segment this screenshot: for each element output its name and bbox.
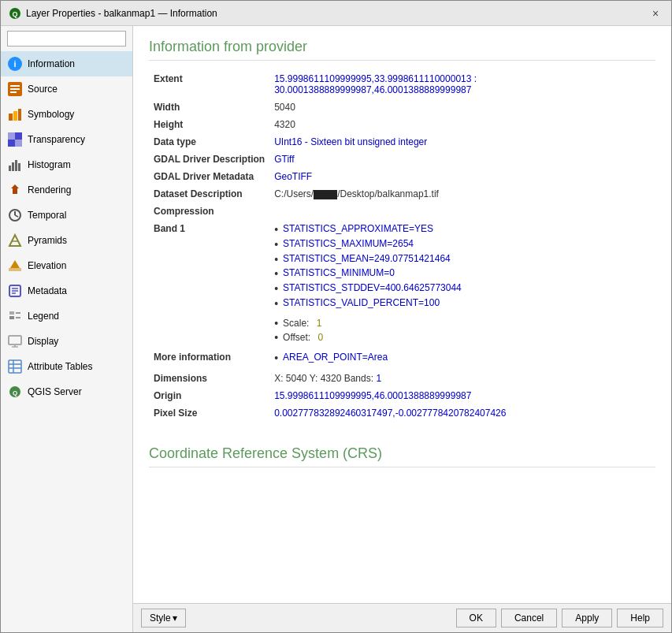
band1-stats-list: STATISTICS_APPROXIMATE=YES STATISTICS_MA… [274,223,651,311]
more-info-label: More information [149,348,269,370]
list-item-scale: Scale: 1 [274,317,651,330]
band1-label: Band 1 [149,220,269,348]
histogram-icon [7,157,23,173]
info-table: Extent 15.9998611109999995,33.9998611110… [149,70,655,422]
window-title: Layer Properties - balkanmap1 — Informat… [26,8,217,19]
table-row-extent: Extent 15.9998611109999995,33.9998611110… [149,70,655,99]
redacted-username [314,190,337,199]
qgis-app-icon: Q [9,7,21,20]
cancel-button[interactable]: Cancel [501,609,557,627]
table-row-datatype: Data type UInt16 - Sixteen bit unsigned … [149,133,655,151]
height-label: Height [149,116,269,133]
datatype-value: UInt16 - Sixteen bit unsigned integer [269,133,655,151]
list-item: STATISTICS_MEAN=249.07751421464 [274,253,651,266]
svg-rect-7 [13,111,17,121]
sidebar-item-qgis-server[interactable]: Q QGIS Server [1,379,132,404]
stat-item: STATISTICS_MEAN=249.07751421464 [283,253,451,264]
main-panel: Information from provider Extent 15.9998… [133,26,671,632]
sidebar-item-information[interactable]: i Information [1,51,132,76]
content-area: i Information Source Symbology [1,26,671,632]
dataset-label: Dataset Description [149,185,269,203]
svg-rect-22 [9,268,21,271]
gdal-driver-value-text: GTiff [274,154,294,165]
svg-rect-3 [10,85,20,87]
sidebar-item-label: Attribute Tables [28,361,93,372]
svg-rect-28 [9,311,14,315]
more-info-item: AREA_OR_POINT=Area [283,352,388,363]
legend-icon [7,308,23,324]
sidebar-item-label: Histogram [28,159,71,170]
sidebar-item-rendering[interactable]: Rendering [1,177,132,203]
qgis-server-icon: Q [7,384,23,400]
layer-properties-dialog: Q Layer Properties - balkanmap1 — Inform… [0,0,672,633]
stat-item: STATISTICS_STDDEV=400.64625773044 [283,282,462,293]
pixel-size-label: Pixel Size [149,404,269,422]
transparency-icon [7,132,23,147]
sidebar-item-label: Pyramids [28,235,67,246]
gdal-metadata-value: GeoTIFF [269,168,655,185]
svg-rect-29 [9,316,14,319]
scale-offset-list: Scale: 1 Offset: 0 [274,317,651,344]
origin-label: Origin [149,387,269,404]
sidebar-item-legend[interactable]: Legend [1,303,132,329]
sidebar-item-attribute-tables[interactable]: Attribute Tables [1,354,132,379]
section-title: Information from provider [149,39,655,61]
table-row-pixel-size: Pixel Size 0.002777832892460317497,-0.00… [149,404,655,422]
list-item: STATISTICS_VALID_PERCENT=100 [274,297,651,311]
sidebar-item-elevation[interactable]: Elevation [1,253,132,278]
svg-rect-10 [15,140,22,147]
information-icon: i [7,56,23,72]
svg-rect-5 [10,91,17,93]
sidebar-item-label: Metadata [28,285,67,296]
sidebar-item-symbology[interactable]: Symbology [1,102,132,127]
sidebar-item-label: Temporal [28,210,66,221]
sidebar-item-label: QGIS Server [28,386,82,397]
table-row-height: Height 4320 [149,116,655,133]
table-row-width: Width 5040 [149,99,655,116]
help-button[interactable]: Help [617,609,663,627]
metadata-icon [7,283,23,299]
sidebar-item-histogram[interactable]: Histogram [1,152,132,177]
svg-rect-4 [10,88,20,90]
sidebar-item-pyramids[interactable]: Pyramids [1,228,132,253]
style-label: Style [150,613,171,624]
list-item: STATISTICS_MAXIMUM=2654 [274,238,651,251]
pixel-size-value: 0.002777832892460317497,-0.0027778420782… [269,404,655,422]
bottom-bar: Style ▾ OK Cancel Apply Help [133,603,671,632]
svg-rect-6 [9,114,13,121]
list-item: STATISTICS_MINIMUM=0 [274,267,651,281]
band1-content: STATISTICS_APPROXIMATE=YES STATISTICS_MA… [269,220,655,348]
gdal-driver-label: GDAL Driver Description [149,151,269,168]
pixel-size-value-text: 0.002777832892460317497,-0.0027778420782… [274,408,506,419]
temporal-icon [7,207,23,223]
compression-value [269,203,655,220]
svg-rect-13 [9,166,11,171]
sidebar-item-label: Rendering [28,184,71,195]
scale-label: Scale: [283,318,312,329]
dimensions-bands: 1 [376,373,381,384]
style-button[interactable]: Style ▾ [141,609,186,627]
main-content: Information from provider Extent 15.9998… [133,26,671,603]
sidebar-item-display[interactable]: Display [1,329,132,354]
svg-line-19 [15,215,18,217]
table-row-gdal-driver: GDAL Driver Description GTiff [149,151,655,168]
table-row-band1: Band 1 STATISTICS_APPROXIMATE=YES STATIS… [149,220,655,348]
sidebar-item-temporal[interactable]: Temporal [1,203,132,228]
apply-button[interactable]: Apply [562,609,612,627]
close-button[interactable]: × [648,6,663,21]
list-item: AREA_OR_POINT=Area [274,352,651,365]
dataset-path-prefix: C:/Users/ [274,188,314,199]
sidebar-item-metadata[interactable]: Metadata [1,278,132,303]
stat-item: STATISTICS_APPROXIMATE=YES [283,223,433,234]
sidebar-item-source[interactable]: Source [1,76,132,102]
title-bar: Q Layer Properties - balkanmap1 — Inform… [1,1,671,26]
svg-rect-16 [18,163,20,171]
origin-value: 15.9998611109999995,46.0001388889999987 [269,387,655,404]
gdal-metadata-label: GDAL Driver Metadata [149,168,269,185]
sidebar-search-input[interactable] [7,31,126,47]
svg-rect-14 [12,162,14,171]
sidebar-item-transparency[interactable]: Transparency [1,127,132,152]
width-label: Width [149,99,269,116]
ok-button[interactable]: OK [456,609,496,627]
stat-item: STATISTICS_VALID_PERCENT=100 [283,297,440,308]
